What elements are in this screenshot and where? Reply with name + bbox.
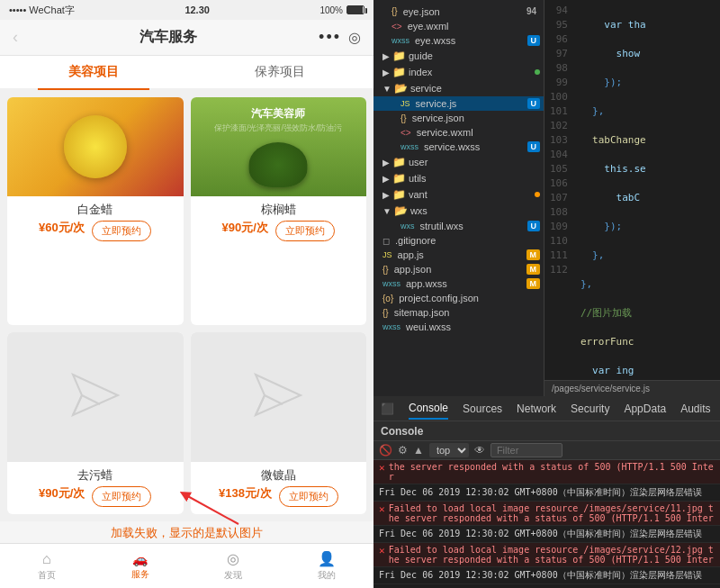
console-msg-text-1: Fri Dec 06 2019 12:30:02 GMT+0800（中国标准时间…: [379, 486, 715, 499]
file-gitignore[interactable]: ◻ .gitignore: [374, 233, 544, 248]
console-msg-1: Fri Dec 06 2019 12:30:02 GMT+0800（中国标准时间…: [374, 484, 720, 502]
tab-audits[interactable]: Audits: [680, 399, 710, 419]
svg-line-7: [184, 494, 238, 524]
book-button-weibo[interactable]: 立即预约: [279, 486, 338, 507]
console-section-label: Console: [374, 421, 720, 441]
console-top-icon[interactable]: ▲: [413, 444, 424, 457]
record-icon[interactable]: ◎: [348, 29, 361, 46]
header-icons: ••• ◎: [319, 28, 361, 47]
file-service-js[interactable]: JS service.js U: [374, 96, 544, 111]
placeholder-icon-quwu: [68, 370, 122, 424]
console-msg-text-2: Failed to load local image resource /ima…: [389, 503, 715, 523]
eye-icon[interactable]: 👁: [474, 444, 485, 457]
file-service-json[interactable]: {} service.json: [374, 111, 544, 125]
file-project-config[interactable]: {o} project.config.json: [374, 291, 544, 305]
console-msg-0: ✕ the server responded with a status of …: [374, 460, 720, 484]
tab-sources[interactable]: Sources: [463, 399, 502, 419]
folder-guide[interactable]: ▶ 📁 guide: [374, 48, 544, 64]
product-name-zonglv: 棕榈蜡: [261, 202, 296, 218]
placeholder-icon-weibo: [251, 370, 305, 424]
devtools-panel: {} eye.json 94 <> eye.wxml wxss eye.wxss…: [374, 0, 720, 588]
filter-input[interactable]: [490, 443, 562, 457]
book-button-baijin[interactable]: 立即预约: [92, 221, 151, 241]
code-text: var tha show }); }, tabChange this.se ta…: [573, 0, 653, 380]
file-service-wxss[interactable]: wxss service.wxss U: [374, 140, 544, 154]
nav-discover-label: 发现: [224, 569, 242, 582]
product-image-weibo: [191, 332, 367, 463]
console-msg-text-4: Failed to load local image resource /ima…: [389, 545, 715, 565]
line-numbers: 9495969798 99100101102103 10410510610710…: [544, 0, 573, 380]
product-name-quwu: 去污蜡: [77, 467, 112, 484]
nav-discover[interactable]: ◎ 发现: [187, 550, 281, 582]
code-panel: 9495969798 99100101102103 10410510610710…: [544, 0, 720, 396]
product-image-zonglv: 保护漆面/光泽亮丽/强效防水/防油污: [191, 97, 367, 196]
tab-appdata[interactable]: AppData: [624, 399, 666, 419]
category-tabs: 美容项目 保养项目: [0, 56, 374, 90]
tab-console[interactable]: Console: [409, 398, 448, 420]
nav-service-label: 服务: [131, 568, 149, 581]
devtools-bottom: ⬛ Console Sources Network Security AppDa…: [374, 396, 720, 588]
clear-console-icon[interactable]: 🚫: [379, 444, 392, 457]
file-sitemap[interactable]: {} sitemap.json: [374, 305, 544, 320]
product-name-baijin: 白金蜡: [77, 202, 112, 218]
console-msg-text-3: Fri Dec 06 2019 12:30:02 GMT+0800（中国标准时间…: [379, 528, 715, 540]
folder-vant[interactable]: ▶ 📁 vant: [374, 186, 544, 203]
menu-icon[interactable]: •••: [319, 28, 341, 47]
console-msg-5: Fri Dec 06 2019 12:30:02 GMT+0800（中国标准时间…: [374, 567, 720, 584]
status-bar-left: ••••• WeChat字: [9, 4, 75, 17]
battery-percent: 100%: [320, 5, 343, 15]
console-settings-icon[interactable]: ⚙: [398, 444, 408, 457]
nav-me[interactable]: 👤 我的: [280, 550, 374, 582]
product-price-zonglv: ¥90元/次: [222, 220, 268, 236]
folder-service[interactable]: ▼ 📂 service: [374, 80, 544, 96]
file-app-json[interactable]: {} app.json M: [374, 262, 544, 276]
file-app-js[interactable]: JS app.js M: [374, 248, 544, 262]
tab-maintenance[interactable]: 保养项目: [187, 56, 374, 88]
folder-wxs[interactable]: ▼ 📂 wxs: [374, 203, 544, 219]
file-eye-wxss[interactable]: wxss eye.wxss U: [374, 33, 544, 48]
status-bar-right: 100%: [320, 5, 364, 15]
book-button-zonglv[interactable]: 立即预约: [275, 221, 335, 241]
error-message: 加载失败，显示的是默认图片: [111, 525, 263, 541]
wechat-status: ••••• WeChat字: [9, 4, 75, 17]
console-msg-text-0: the server responded with a status of 50…: [389, 462, 715, 482]
product-card-baijin: 白金蜡 ¥60元/次 立即预约: [7, 97, 184, 325]
svg-line-5: [265, 395, 283, 404]
product-price-baijin: ¥60元/次: [39, 220, 85, 236]
battery-icon: [346, 5, 364, 14]
car-icon: 🚗: [132, 552, 148, 566]
nav-me-label: 我的: [318, 569, 336, 582]
back-icon[interactable]: ‹: [13, 28, 18, 47]
product-card-weibo: 微镀晶 ¥138元/次 立即预约: [191, 332, 367, 515]
phone-panel: ••••• WeChat字 12.30 100% ‹ 汽车服务 ••• ◎ 美容…: [0, 0, 374, 588]
bottom-nav: ⌂ 首页 🚗 服务 ◎ 发现 👤 我的: [0, 543, 374, 588]
file-tree: {} eye.json 94 <> eye.wxml wxss eye.wxss…: [374, 0, 544, 396]
file-strutil-wxs[interactable]: wxs strutil.wxs U: [374, 219, 544, 233]
product-price-row-quwu: ¥90元/次 立即预约: [39, 485, 151, 507]
file-eye-wxml[interactable]: <> eye.wxml: [374, 19, 544, 33]
book-button-quwu[interactable]: 立即预约: [92, 486, 151, 507]
file-service-wxml[interactable]: <> service.wxml: [374, 125, 544, 140]
nav-home[interactable]: ⌂ 首页: [0, 551, 94, 582]
nav-home-label: 首页: [38, 569, 56, 582]
file-weui-wxss[interactable]: wxss weui.wxss: [374, 320, 544, 334]
tab-elements[interactable]: ⬛: [381, 399, 394, 419]
product-image-quwu: [7, 332, 184, 463]
product-price-row-zonglv: ¥90元/次 立即预约: [222, 220, 335, 241]
tab-network[interactable]: Network: [517, 399, 556, 419]
folder-user[interactable]: ▶ 📁 user: [374, 154, 544, 170]
tab-security[interactable]: Security: [571, 399, 609, 419]
context-select[interactable]: top: [429, 443, 469, 457]
error-icon-2: ✕: [379, 503, 385, 515]
folder-index[interactable]: ▶ 📁 index: [374, 64, 544, 80]
nav-service[interactable]: 🚗 服务: [94, 552, 187, 581]
svg-marker-3: [256, 375, 301, 415]
tab-beauty[interactable]: 美容项目: [0, 56, 187, 88]
file-eye-json[interactable]: {} eye.json 94: [374, 4, 544, 19]
file-app-wxss[interactable]: wxss app.wxss M: [374, 276, 544, 291]
console-toolbar: 🚫 ⚙ ▲ top 👁: [374, 441, 720, 460]
folder-utils[interactable]: ▶ 📁 utils: [374, 170, 544, 186]
products-grid: 白金蜡 ¥60元/次 立即预约 保护漆面/光泽亮丽/强效防水/防油污 棕榈蜡 ¥…: [0, 90, 374, 521]
console-msg-2: ✕ Failed to load local image resource /i…: [374, 502, 720, 526]
console-messages: ✕ the server responded with a status of …: [374, 460, 720, 588]
